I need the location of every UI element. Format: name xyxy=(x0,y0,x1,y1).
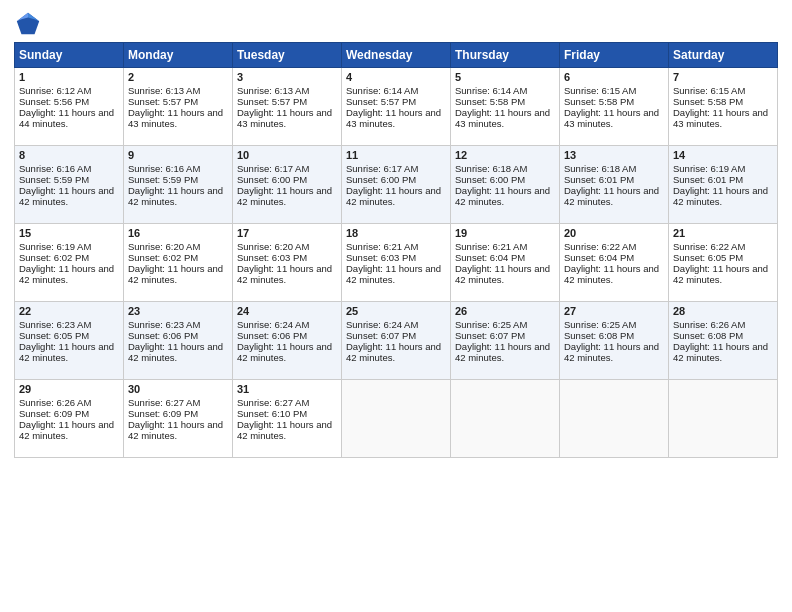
day-number: 15 xyxy=(19,227,119,239)
sunrise: Sunrise: 6:25 AM xyxy=(455,319,527,330)
week-row-2: 8Sunrise: 6:16 AMSunset: 5:59 PMDaylight… xyxy=(15,146,778,224)
week-row-5: 29Sunrise: 6:26 AMSunset: 6:09 PMDayligh… xyxy=(15,380,778,458)
daylight: Daylight: 11 hours and 42 minutes. xyxy=(455,263,550,285)
sunrise: Sunrise: 6:27 AM xyxy=(237,397,309,408)
daylight: Daylight: 11 hours and 42 minutes. xyxy=(19,263,114,285)
sunset: Sunset: 5:57 PM xyxy=(237,96,307,107)
sunrise: Sunrise: 6:22 AM xyxy=(564,241,636,252)
day-number: 31 xyxy=(237,383,337,395)
day-cell xyxy=(669,380,778,458)
day-number: 16 xyxy=(128,227,228,239)
daylight: Daylight: 11 hours and 42 minutes. xyxy=(128,341,223,363)
header-cell-wednesday: Wednesday xyxy=(342,43,451,68)
day-number: 22 xyxy=(19,305,119,317)
sunrise: Sunrise: 6:13 AM xyxy=(237,85,309,96)
sunrise: Sunrise: 6:18 AM xyxy=(564,163,636,174)
daylight: Daylight: 11 hours and 43 minutes. xyxy=(564,107,659,129)
day-number: 8 xyxy=(19,149,119,161)
header-cell-saturday: Saturday xyxy=(669,43,778,68)
sunset: Sunset: 6:05 PM xyxy=(19,330,89,341)
daylight: Daylight: 11 hours and 42 minutes. xyxy=(346,185,441,207)
week-row-1: 1Sunrise: 6:12 AMSunset: 5:56 PMDaylight… xyxy=(15,68,778,146)
sunrise: Sunrise: 6:27 AM xyxy=(128,397,200,408)
day-cell: 29Sunrise: 6:26 AMSunset: 6:09 PMDayligh… xyxy=(15,380,124,458)
day-number: 1 xyxy=(19,71,119,83)
day-cell: 24Sunrise: 6:24 AMSunset: 6:06 PMDayligh… xyxy=(233,302,342,380)
sunset: Sunset: 6:02 PM xyxy=(128,252,198,263)
day-cell: 15Sunrise: 6:19 AMSunset: 6:02 PMDayligh… xyxy=(15,224,124,302)
sunset: Sunset: 6:02 PM xyxy=(19,252,89,263)
day-number: 18 xyxy=(346,227,446,239)
sunrise: Sunrise: 6:20 AM xyxy=(237,241,309,252)
daylight: Daylight: 11 hours and 42 minutes. xyxy=(128,263,223,285)
daylight: Daylight: 11 hours and 42 minutes. xyxy=(237,341,332,363)
daylight: Daylight: 11 hours and 42 minutes. xyxy=(128,419,223,441)
day-number: 9 xyxy=(128,149,228,161)
day-cell: 22Sunrise: 6:23 AMSunset: 6:05 PMDayligh… xyxy=(15,302,124,380)
sunset: Sunset: 5:58 PM xyxy=(673,96,743,107)
logo-icon xyxy=(14,10,42,38)
sunrise: Sunrise: 6:25 AM xyxy=(564,319,636,330)
daylight: Daylight: 11 hours and 42 minutes. xyxy=(455,341,550,363)
day-number: 3 xyxy=(237,71,337,83)
day-cell: 28Sunrise: 6:26 AMSunset: 6:08 PMDayligh… xyxy=(669,302,778,380)
daylight: Daylight: 11 hours and 42 minutes. xyxy=(346,263,441,285)
day-cell: 17Sunrise: 6:20 AMSunset: 6:03 PMDayligh… xyxy=(233,224,342,302)
sunrise: Sunrise: 6:17 AM xyxy=(237,163,309,174)
day-cell: 30Sunrise: 6:27 AMSunset: 6:09 PMDayligh… xyxy=(124,380,233,458)
day-cell: 20Sunrise: 6:22 AMSunset: 6:04 PMDayligh… xyxy=(560,224,669,302)
sunrise: Sunrise: 6:18 AM xyxy=(455,163,527,174)
header-cell-tuesday: Tuesday xyxy=(233,43,342,68)
page: SundayMondayTuesdayWednesdayThursdayFrid… xyxy=(0,0,792,612)
sunrise: Sunrise: 6:20 AM xyxy=(128,241,200,252)
day-number: 11 xyxy=(346,149,446,161)
sunrise: Sunrise: 6:14 AM xyxy=(455,85,527,96)
sunset: Sunset: 6:01 PM xyxy=(673,174,743,185)
day-number: 29 xyxy=(19,383,119,395)
sunset: Sunset: 5:58 PM xyxy=(564,96,634,107)
day-cell xyxy=(560,380,669,458)
day-cell xyxy=(342,380,451,458)
day-cell: 6Sunrise: 6:15 AMSunset: 5:58 PMDaylight… xyxy=(560,68,669,146)
daylight: Daylight: 11 hours and 42 minutes. xyxy=(128,185,223,207)
sunset: Sunset: 5:59 PM xyxy=(128,174,198,185)
sunset: Sunset: 6:04 PM xyxy=(455,252,525,263)
daylight: Daylight: 11 hours and 43 minutes. xyxy=(673,107,768,129)
sunrise: Sunrise: 6:23 AM xyxy=(19,319,91,330)
week-row-3: 15Sunrise: 6:19 AMSunset: 6:02 PMDayligh… xyxy=(15,224,778,302)
daylight: Daylight: 11 hours and 42 minutes. xyxy=(19,185,114,207)
sunrise: Sunrise: 6:15 AM xyxy=(673,85,745,96)
day-cell: 26Sunrise: 6:25 AMSunset: 6:07 PMDayligh… xyxy=(451,302,560,380)
calendar-table: SundayMondayTuesdayWednesdayThursdayFrid… xyxy=(14,42,778,458)
week-row-4: 22Sunrise: 6:23 AMSunset: 6:05 PMDayligh… xyxy=(15,302,778,380)
day-cell: 27Sunrise: 6:25 AMSunset: 6:08 PMDayligh… xyxy=(560,302,669,380)
sunrise: Sunrise: 6:16 AM xyxy=(19,163,91,174)
day-cell: 23Sunrise: 6:23 AMSunset: 6:06 PMDayligh… xyxy=(124,302,233,380)
sunset: Sunset: 6:00 PM xyxy=(237,174,307,185)
daylight: Daylight: 11 hours and 42 minutes. xyxy=(564,263,659,285)
daylight: Daylight: 11 hours and 42 minutes. xyxy=(19,419,114,441)
sunset: Sunset: 6:00 PM xyxy=(455,174,525,185)
day-cell: 25Sunrise: 6:24 AMSunset: 6:07 PMDayligh… xyxy=(342,302,451,380)
day-number: 19 xyxy=(455,227,555,239)
sunset: Sunset: 5:59 PM xyxy=(19,174,89,185)
daylight: Daylight: 11 hours and 42 minutes. xyxy=(455,185,550,207)
day-number: 14 xyxy=(673,149,773,161)
day-cell: 1Sunrise: 6:12 AMSunset: 5:56 PMDaylight… xyxy=(15,68,124,146)
sunset: Sunset: 6:08 PM xyxy=(673,330,743,341)
day-cell: 9Sunrise: 6:16 AMSunset: 5:59 PMDaylight… xyxy=(124,146,233,224)
sunset: Sunset: 5:58 PM xyxy=(455,96,525,107)
day-cell: 7Sunrise: 6:15 AMSunset: 5:58 PMDaylight… xyxy=(669,68,778,146)
day-number: 12 xyxy=(455,149,555,161)
daylight: Daylight: 11 hours and 42 minutes. xyxy=(564,341,659,363)
daylight: Daylight: 11 hours and 42 minutes. xyxy=(673,185,768,207)
sunrise: Sunrise: 6:26 AM xyxy=(673,319,745,330)
day-cell: 14Sunrise: 6:19 AMSunset: 6:01 PMDayligh… xyxy=(669,146,778,224)
day-number: 7 xyxy=(673,71,773,83)
sunset: Sunset: 6:09 PM xyxy=(19,408,89,419)
header-cell-sunday: Sunday xyxy=(15,43,124,68)
day-cell xyxy=(451,380,560,458)
sunrise: Sunrise: 6:15 AM xyxy=(564,85,636,96)
day-number: 26 xyxy=(455,305,555,317)
header-cell-monday: Monday xyxy=(124,43,233,68)
